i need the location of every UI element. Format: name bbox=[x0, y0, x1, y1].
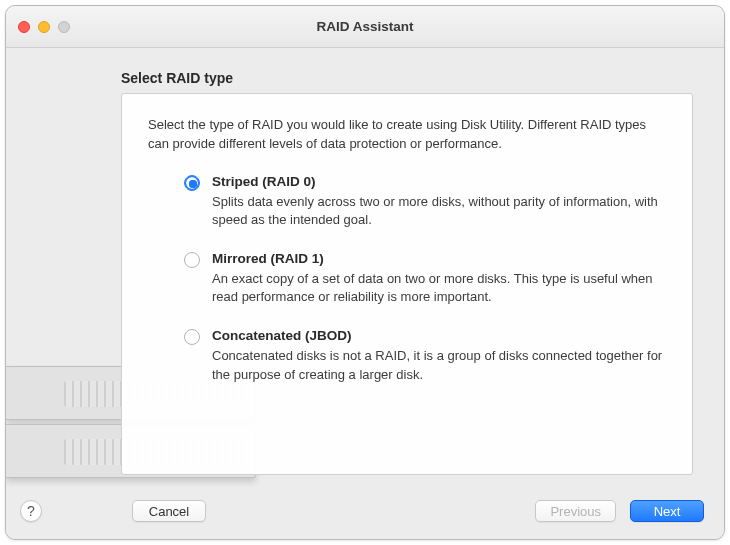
option-desc: An exact copy of a set of data on two or… bbox=[212, 270, 666, 306]
body-area: Select RAID type Select the type of RAID… bbox=[6, 48, 724, 539]
raid-assistant-window: RAID Assistant Select RAID type Select t… bbox=[5, 5, 725, 540]
options-panel: Select the type of RAID you would like t… bbox=[121, 93, 693, 475]
radio-icon[interactable] bbox=[184, 252, 200, 268]
option-title: Striped (RAID 0) bbox=[212, 174, 666, 189]
option-desc: Splits data evenly across two or more di… bbox=[212, 193, 666, 229]
option-title: Concatenated (JBOD) bbox=[212, 328, 666, 343]
traffic-lights bbox=[18, 21, 70, 33]
options-group: Striped (RAID 0) Splits data evenly acro… bbox=[184, 174, 666, 384]
help-button[interactable]: ? bbox=[20, 500, 42, 522]
window-title: RAID Assistant bbox=[6, 19, 724, 34]
footer: ? Cancel Previous Next bbox=[6, 483, 724, 539]
option-mirrored[interactable]: Mirrored (RAID 1) An exact copy of a set… bbox=[184, 251, 666, 306]
titlebar: RAID Assistant bbox=[6, 6, 724, 48]
radio-icon[interactable] bbox=[184, 329, 200, 345]
cancel-button[interactable]: Cancel bbox=[132, 500, 206, 522]
zoom-icon bbox=[58, 21, 70, 33]
radio-icon[interactable] bbox=[184, 175, 200, 191]
minimize-icon[interactable] bbox=[38, 21, 50, 33]
intro-text: Select the type of RAID you would like t… bbox=[148, 116, 666, 154]
option-striped[interactable]: Striped (RAID 0) Splits data evenly acro… bbox=[184, 174, 666, 229]
option-desc: Concatenated disks is not a RAID, it is … bbox=[212, 347, 666, 383]
close-icon[interactable] bbox=[18, 21, 30, 33]
previous-button: Previous bbox=[535, 500, 616, 522]
next-button[interactable]: Next bbox=[630, 500, 704, 522]
option-concatenated[interactable]: Concatenated (JBOD) Concatenated disks i… bbox=[184, 328, 666, 383]
page-heading: Select RAID type bbox=[121, 70, 233, 86]
option-title: Mirrored (RAID 1) bbox=[212, 251, 666, 266]
